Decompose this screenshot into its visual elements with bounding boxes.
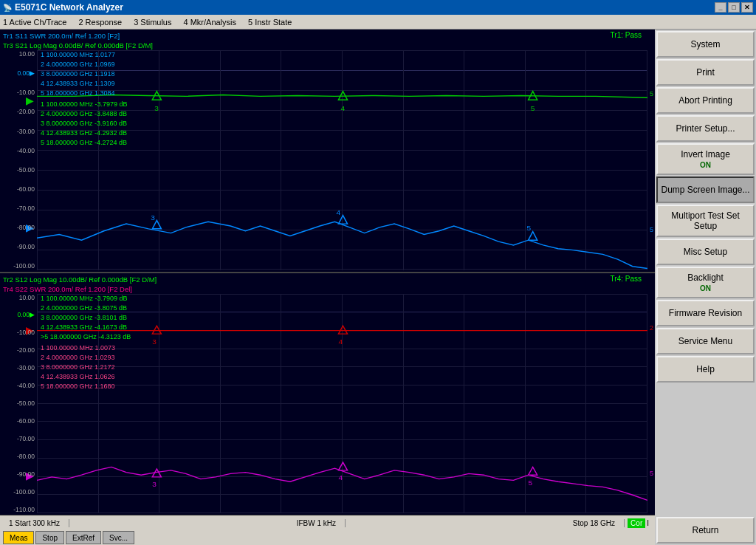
menu-instr-state[interactable]: 5 Instr State — [248, 18, 292, 27]
top-marker5-blue: 5 — [650, 226, 653, 233]
bottom-y-axis: 10.00 0.00▶ -10.00 -20.00 -30.00 -40.00 … — [0, 294, 37, 514]
bottom-chart-panel: Tr2 S12 Log Mag 10.00dB/ Ref 0.000dB [F2… — [0, 273, 655, 516]
extref-button[interactable]: ExtRef — [66, 531, 101, 544]
cor-flag: I — [645, 519, 649, 527]
app-title: E5071C Network Analyzer — [15, 2, 123, 13]
svg-text:3: 3 — [152, 480, 157, 487]
status-bar: Meas Stop ExtRef Svc... — [0, 530, 655, 545]
backlight-button[interactable]: Backlight ON — [656, 267, 755, 298]
invert-image-toggle: ON — [700, 161, 711, 169]
svg-text:4: 4 — [340, 104, 345, 112]
svg-text:4: 4 — [338, 473, 343, 481]
minimize-button[interactable]: _ — [715, 2, 726, 13]
tr4-label: Tr4 S22 SWR 200.0m/ Ref 1.200 [F2 Del] — [3, 284, 157, 294]
bottom-marker2-red: 2 — [650, 324, 653, 332]
menu-active-ch[interactable]: 1 Active Ch/Trace — [3, 18, 66, 27]
menu-stimulus[interactable]: 3 Stimulus — [134, 18, 171, 27]
tr2-label: Tr2 S12 Log Mag 10.00dB/ Ref 0.000dB [F2… — [3, 275, 157, 284]
backlight-label: Backlight — [687, 272, 724, 283]
help-button[interactable]: Help — [656, 356, 755, 383]
svg-text:4: 4 — [336, 208, 340, 216]
top-readouts: 1 100.00000 MHz 1.0177 2 4.0000000 GHz 1… — [41, 50, 128, 148]
top-y-axis: 10.00 0.00▶ -10.00 -20.00 -30.00 -40.00 … — [0, 50, 37, 270]
meas-button[interactable]: Meas — [3, 531, 34, 544]
svg-marker-8 — [338, 216, 347, 224]
svg-text:3: 3 — [152, 337, 157, 345]
stop-freq: Stop 18 GHz — [564, 519, 625, 527]
multiport-test-button[interactable]: Multiport Test Set Setup — [656, 205, 755, 237]
tr1-label: Tr1 S11 SWR 200.0m/ Ref 1.200 [F2] — [3, 31, 153, 41]
bottom-pass-label: Tr4: Pass — [611, 275, 642, 283]
top-marker5-green: 5 — [650, 90, 653, 97]
svg-marker-10 — [529, 232, 537, 241]
title-bar: 📡 E5071C Network Analyzer _ □ ✕ — [0, 0, 756, 15]
menu-mkr-analysis[interactable]: 4 Mkr/Analysis — [183, 18, 236, 27]
menu-bar: 1 Active Ch/Trace 2 Response 3 Stimulus … — [0, 15, 756, 30]
bottom-status-bar: 1 Start 300 kHz IFBW 1 kHz Stop 18 GHz C… — [0, 515, 655, 530]
close-button[interactable]: ✕ — [741, 2, 753, 13]
abort-printing-button[interactable]: Abort Printing — [656, 87, 755, 114]
tr3-label: Tr3 S21 Log Mag 0.00dB/ Ref 0.000dB [F2 … — [3, 41, 153, 50]
top-chart-panel: Tr1 S11 SWR 200.0m/ Ref 1.200 [F2] Tr3 S… — [0, 30, 655, 272]
svg-text:5: 5 — [531, 104, 535, 112]
service-menu-button[interactable]: Service Menu — [656, 328, 755, 354]
stop-button[interactable]: Stop — [35, 531, 64, 544]
top-grid-area: 3 4 5 3 4 5 ▶ ▶ 5 5 — [37, 50, 647, 270]
svg-marker-17 — [529, 467, 537, 475]
svg-text:3: 3 — [154, 104, 159, 112]
firmware-revision-button[interactable]: Firmware Revision — [656, 300, 755, 326]
dump-screen-button[interactable]: Dump Screen Image... — [656, 176, 755, 203]
menu-response[interactable]: 2 Response — [78, 18, 122, 27]
svg-text:3: 3 — [151, 214, 155, 222]
ifbw: IFBW 1 kHz — [288, 519, 346, 527]
bottom-readouts: 1 100.00000 MHz -3.7909 dB 2 4.0000000 G… — [41, 294, 131, 391]
invert-image-label: Invert Image — [681, 149, 730, 160]
top-chart-svg: 3 4 5 3 4 5 — [37, 50, 647, 270]
svg-text:5: 5 — [527, 224, 532, 232]
chart-area: Tr1 S11 SWR 200.0m/ Ref 1.200 [F2] Tr3 S… — [0, 30, 655, 545]
svc-button[interactable]: Svc... — [103, 531, 134, 544]
svg-marker-15 — [338, 462, 347, 470]
svg-marker-21 — [338, 326, 347, 334]
system-button[interactable]: System — [656, 31, 755, 58]
backlight-toggle: ON — [700, 284, 711, 292]
right-panel: System Print Abort Printing Printer Setu… — [655, 30, 756, 545]
printer-setup-button[interactable]: Printer Setup... — [656, 115, 755, 142]
return-button[interactable]: Return — [656, 517, 755, 544]
invert-image-button[interactable]: Invert Image ON — [656, 143, 755, 175]
start-freq: 1 Start 300 kHz — [6, 519, 69, 527]
top-pass-label: Tr1: Pass — [611, 31, 642, 39]
svg-marker-19 — [152, 326, 161, 334]
print-button[interactable]: Print — [656, 59, 755, 86]
cor-indicator: Cor — [628, 518, 645, 528]
misc-setup-button[interactable]: Misc Setup — [656, 239, 755, 265]
bottom-marker5-purple: 5 — [650, 470, 653, 477]
app-icon: 📡 — [3, 4, 12, 12]
svg-text:4: 4 — [338, 337, 343, 345]
maximize-button[interactable]: □ — [728, 2, 740, 13]
svg-text:5: 5 — [529, 479, 533, 486]
